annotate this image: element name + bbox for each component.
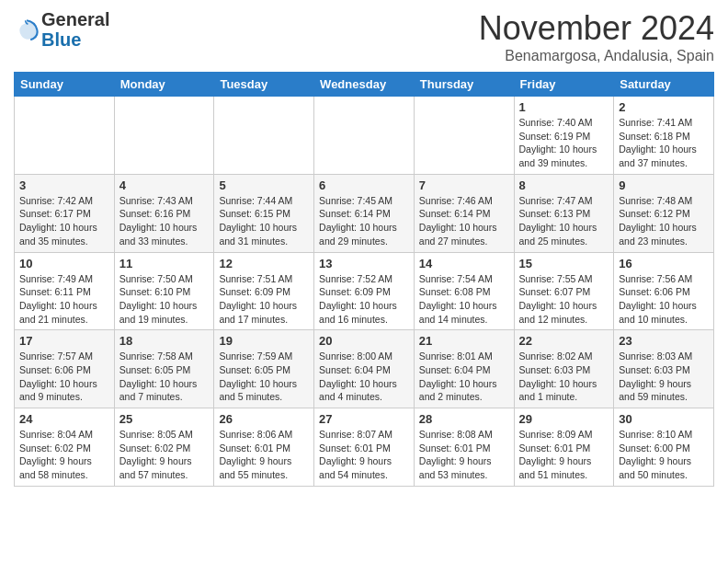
calendar-table: SundayMondayTuesdayWednesdayThursdayFrid… <box>14 72 714 487</box>
main-container: General Blue November 2024 Benamargosa, … <box>0 0 728 496</box>
day-cell: 23Sunrise: 8:03 AM Sunset: 6:03 PM Dayli… <box>614 330 714 408</box>
day-info: Sunrise: 7:58 AM Sunset: 6:05 PM Dayligh… <box>119 350 210 404</box>
day-number: 10 <box>19 257 109 270</box>
day-info: Sunrise: 8:02 AM Sunset: 6:03 PM Dayligh… <box>519 350 609 404</box>
logo-icon <box>14 17 40 42</box>
day-info: Sunrise: 7:45 AM Sunset: 6:14 PM Dayligh… <box>319 194 409 248</box>
day-cell: 9Sunrise: 7:48 AM Sunset: 6:12 PM Daylig… <box>614 174 714 252</box>
logo-line1: General <box>41 9 109 29</box>
day-info: Sunrise: 7:44 AM Sunset: 6:15 PM Dayligh… <box>219 194 309 248</box>
day-info: Sunrise: 8:01 AM Sunset: 6:04 PM Dayligh… <box>419 350 509 404</box>
day-number: 27 <box>319 412 409 426</box>
logo-line2: Blue <box>41 29 109 50</box>
day-info: Sunrise: 8:09 AM Sunset: 6:01 PM Dayligh… <box>519 428 609 482</box>
day-info: Sunrise: 7:54 AM Sunset: 6:08 PM Dayligh… <box>419 272 509 327</box>
day-cell: 28Sunrise: 8:08 AM Sunset: 6:01 PM Dayli… <box>414 408 514 487</box>
day-info: Sunrise: 7:43 AM Sunset: 6:16 PM Dayligh… <box>119 194 210 248</box>
day-number: 17 <box>19 334 109 348</box>
day-cell: 29Sunrise: 8:09 AM Sunset: 6:01 PM Dayli… <box>514 408 614 487</box>
day-cell: 6Sunrise: 7:45 AM Sunset: 6:14 PM Daylig… <box>314 174 415 252</box>
day-info: Sunrise: 7:51 AM Sunset: 6:09 PM Dayligh… <box>219 272 309 327</box>
day-cell <box>15 97 115 175</box>
day-info: Sunrise: 8:00 AM Sunset: 6:04 PM Dayligh… <box>319 350 409 404</box>
day-cell: 12Sunrise: 7:51 AM Sunset: 6:09 PM Dayli… <box>214 252 314 330</box>
month-title: November 2024 <box>479 9 714 48</box>
day-number: 15 <box>519 257 609 270</box>
logo: General Blue <box>14 9 109 50</box>
weekday-header-tuesday: Tuesday <box>214 73 314 97</box>
day-cell <box>114 97 214 175</box>
day-number: 30 <box>619 412 709 426</box>
day-number: 11 <box>119 257 210 270</box>
day-number: 29 <box>519 412 609 426</box>
day-info: Sunrise: 7:46 AM Sunset: 6:14 PM Dayligh… <box>419 194 509 248</box>
day-number: 20 <box>319 334 409 348</box>
day-info: Sunrise: 7:40 AM Sunset: 6:19 PM Dayligh… <box>519 116 609 170</box>
day-info: Sunrise: 7:48 AM Sunset: 6:12 PM Dayligh… <box>619 194 709 248</box>
day-info: Sunrise: 7:42 AM Sunset: 6:17 PM Dayligh… <box>19 194 109 248</box>
day-cell <box>414 97 514 175</box>
day-info: Sunrise: 7:49 AM Sunset: 6:11 PM Dayligh… <box>19 272 109 327</box>
week-row-1: 3Sunrise: 7:42 AM Sunset: 6:17 PM Daylig… <box>15 174 714 252</box>
weekday-header-friday: Friday <box>514 73 614 97</box>
day-cell <box>214 97 314 175</box>
day-cell: 4Sunrise: 7:43 AM Sunset: 6:16 PM Daylig… <box>114 174 214 252</box>
weekday-header-row: SundayMondayTuesdayWednesdayThursdayFrid… <box>15 73 714 97</box>
day-info: Sunrise: 8:03 AM Sunset: 6:03 PM Dayligh… <box>619 350 709 404</box>
day-cell: 20Sunrise: 8:00 AM Sunset: 6:04 PM Dayli… <box>314 330 415 408</box>
day-cell: 19Sunrise: 7:59 AM Sunset: 6:05 PM Dayli… <box>214 330 314 408</box>
day-number: 26 <box>219 412 309 426</box>
day-cell: 30Sunrise: 8:10 AM Sunset: 6:00 PM Dayli… <box>614 408 714 487</box>
day-number: 25 <box>119 412 210 426</box>
day-number: 21 <box>419 334 509 348</box>
day-info: Sunrise: 8:07 AM Sunset: 6:01 PM Dayligh… <box>319 428 409 482</box>
day-info: Sunrise: 8:10 AM Sunset: 6:00 PM Dayligh… <box>619 428 709 482</box>
day-info: Sunrise: 8:08 AM Sunset: 6:01 PM Dayligh… <box>419 428 509 482</box>
day-cell: 15Sunrise: 7:55 AM Sunset: 6:07 PM Dayli… <box>514 252 614 330</box>
week-row-3: 17Sunrise: 7:57 AM Sunset: 6:06 PM Dayli… <box>15 330 714 408</box>
day-number: 22 <box>519 334 609 348</box>
day-number: 2 <box>619 100 709 114</box>
day-number: 28 <box>419 412 509 426</box>
day-info: Sunrise: 7:47 AM Sunset: 6:13 PM Dayligh… <box>519 194 609 248</box>
weekday-header-saturday: Saturday <box>614 73 714 97</box>
day-cell: 25Sunrise: 8:05 AM Sunset: 6:02 PM Dayli… <box>114 408 214 487</box>
day-cell: 22Sunrise: 8:02 AM Sunset: 6:03 PM Dayli… <box>514 330 614 408</box>
day-cell: 26Sunrise: 8:06 AM Sunset: 6:01 PM Dayli… <box>214 408 314 487</box>
location: Benamargosa, Andalusia, Spain <box>479 48 714 64</box>
day-info: Sunrise: 8:04 AM Sunset: 6:02 PM Dayligh… <box>19 428 109 482</box>
day-info: Sunrise: 7:57 AM Sunset: 6:06 PM Dayligh… <box>19 350 109 404</box>
day-info: Sunrise: 7:41 AM Sunset: 6:18 PM Dayligh… <box>619 116 709 170</box>
day-number: 7 <box>419 178 509 192</box>
day-cell: 24Sunrise: 8:04 AM Sunset: 6:02 PM Dayli… <box>15 408 115 487</box>
day-cell: 11Sunrise: 7:50 AM Sunset: 6:10 PM Dayli… <box>114 252 214 330</box>
day-cell: 1Sunrise: 7:40 AM Sunset: 6:19 PM Daylig… <box>514 97 614 175</box>
day-cell: 13Sunrise: 7:52 AM Sunset: 6:09 PM Dayli… <box>314 252 415 330</box>
day-cell: 2Sunrise: 7:41 AM Sunset: 6:18 PM Daylig… <box>614 97 714 175</box>
day-number: 1 <box>519 100 609 114</box>
weekday-header-thursday: Thursday <box>414 73 514 97</box>
day-info: Sunrise: 7:52 AM Sunset: 6:09 PM Dayligh… <box>319 272 409 327</box>
header: General Blue November 2024 Benamargosa, … <box>14 9 714 64</box>
weekday-header-wednesday: Wednesday <box>314 73 415 97</box>
weekday-header-monday: Monday <box>114 73 214 97</box>
day-number: 8 <box>519 178 609 192</box>
day-number: 18 <box>119 334 210 348</box>
day-cell: 3Sunrise: 7:42 AM Sunset: 6:17 PM Daylig… <box>15 174 115 252</box>
day-number: 24 <box>19 412 109 426</box>
day-cell: 17Sunrise: 7:57 AM Sunset: 6:06 PM Dayli… <box>15 330 115 408</box>
day-cell: 21Sunrise: 8:01 AM Sunset: 6:04 PM Dayli… <box>414 330 514 408</box>
day-number: 14 <box>419 257 509 270</box>
day-info: Sunrise: 7:56 AM Sunset: 6:06 PM Dayligh… <box>619 272 709 327</box>
day-cell <box>314 97 415 175</box>
day-info: Sunrise: 8:06 AM Sunset: 6:01 PM Dayligh… <box>219 428 309 482</box>
day-cell: 5Sunrise: 7:44 AM Sunset: 6:15 PM Daylig… <box>214 174 314 252</box>
day-cell: 8Sunrise: 7:47 AM Sunset: 6:13 PM Daylig… <box>514 174 614 252</box>
weekday-header-sunday: Sunday <box>15 73 115 97</box>
day-cell: 18Sunrise: 7:58 AM Sunset: 6:05 PM Dayli… <box>114 330 214 408</box>
day-info: Sunrise: 8:05 AM Sunset: 6:02 PM Dayligh… <box>119 428 210 482</box>
week-row-4: 24Sunrise: 8:04 AM Sunset: 6:02 PM Dayli… <box>15 408 714 487</box>
day-number: 3 <box>19 178 109 192</box>
day-number: 4 <box>119 178 210 192</box>
day-number: 13 <box>319 257 409 270</box>
